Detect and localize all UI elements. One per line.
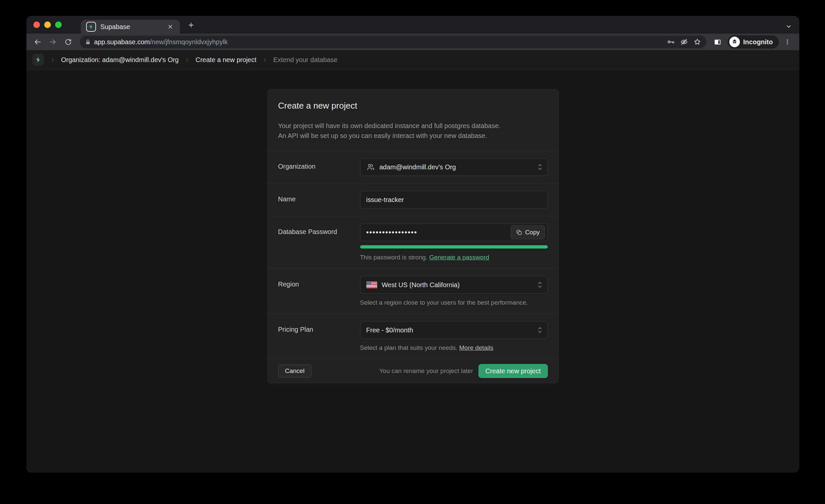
url-path: /new/jfnsmqoynldvxjyhpylk: [150, 38, 228, 46]
browser-tab-supabase[interactable]: Supabase: [81, 20, 180, 34]
copy-button-label: Copy: [525, 229, 539, 236]
url-text: app.supabase.com/new/jfnsmqoynldvxjyhpyl…: [94, 38, 664, 46]
pricing-label: Pricing Plan: [278, 321, 360, 352]
password-label: Database Password: [278, 223, 360, 261]
password-help: This password is strong. Generate a pass…: [360, 254, 548, 261]
region-select[interactable]: West US (North California): [360, 276, 548, 294]
urlbar-actions: [667, 38, 701, 46]
us-flag-icon: [366, 281, 377, 288]
breadcrumb-item-extend-database: Extend your database: [273, 56, 338, 64]
secure-lock-icon: [84, 39, 91, 46]
select-chevrons-icon: [537, 163, 543, 171]
supabase-logo[interactable]: [32, 54, 44, 66]
eye-off-icon[interactable]: [680, 38, 688, 46]
region-help: Select a region close to your users for …: [360, 299, 548, 306]
breadcrumb-item-create-project[interactable]: Create a new project: [195, 56, 256, 64]
password-strength-fill: [360, 245, 548, 248]
incognito-badge[interactable]: Incognito: [728, 35, 779, 49]
pricing-help: Select a plan that suits your needs. Mor…: [360, 344, 548, 352]
window-controls: [26, 16, 69, 34]
breadcrumb-chevron-icon: [261, 57, 269, 62]
tab-title: Supabase: [100, 23, 162, 31]
close-window-button[interactable]: [33, 21, 40, 28]
organization-select[interactable]: adam@windmill.dev's Org: [360, 158, 548, 176]
zoom-window-button[interactable]: [55, 21, 62, 28]
pricing-value: Free - $0/month: [366, 327, 541, 334]
bookmark-star-icon[interactable]: [693, 38, 701, 46]
pricing-select[interactable]: Free - $0/month: [360, 321, 548, 339]
site-header: Organization: adam@windmill.dev's Org Cr…: [26, 50, 799, 70]
region-value: West US (North California): [382, 281, 541, 289]
password-masked-value: ••••••••••••••••: [366, 228, 507, 237]
select-chevrons-icon: [537, 326, 543, 334]
breadcrumb-item-organization[interactable]: Organization: adam@windmill.dev's Org: [61, 56, 178, 64]
pricing-row: Pricing Plan Free - $0/month Select a pl…: [268, 313, 558, 359]
password-strength-text: This password is strong.: [360, 254, 428, 261]
create-new-project-button[interactable]: Create new project: [478, 364, 548, 378]
users-icon: [366, 163, 375, 171]
tab-strip: Supabase: [26, 16, 799, 34]
cancel-button[interactable]: Cancel: [278, 364, 311, 378]
organization-label: Organization: [278, 158, 360, 176]
name-value: issue-tracker: [366, 196, 541, 204]
page-content: Create a new project Your project will h…: [26, 70, 799, 473]
forward-button[interactable]: [46, 35, 59, 49]
lightning-bolt-icon: [88, 24, 94, 29]
card-header: Create a new project Your project will h…: [268, 89, 558, 150]
card-footer: Cancel You can rename your project later…: [268, 359, 558, 383]
select-chevrons-icon: [537, 281, 543, 289]
copy-password-button[interactable]: Copy: [511, 225, 544, 239]
password-input[interactable]: •••••••••••••••• Copy: [360, 223, 548, 241]
region-row: Region West US (North California) Select…: [268, 268, 558, 313]
breadcrumb-chevron-icon: [49, 57, 57, 62]
copy-icon: [516, 229, 522, 236]
new-tab-button[interactable]: [184, 18, 198, 32]
name-row: Name issue-tracker: [268, 183, 558, 216]
minimize-window-button[interactable]: [44, 21, 51, 28]
pricing-help-text: Select a plan that suits your needs.: [360, 344, 458, 351]
side-panel-icon[interactable]: [712, 36, 723, 48]
password-key-icon[interactable]: [667, 38, 675, 46]
incognito-label: Incognito: [743, 38, 773, 46]
breadcrumb-chevron-icon: [183, 57, 191, 62]
more-details-link[interactable]: More details: [459, 344, 494, 351]
browser-menu-icon[interactable]: [781, 35, 794, 49]
url-bar[interactable]: app.supabase.com/new/jfnsmqoynldvxjyhpyl…: [80, 35, 706, 48]
description-line-2: An API will be set up so you can easily …: [278, 131, 548, 141]
footer-note: You can rename your project later: [379, 367, 478, 375]
password-row: Database Password •••••••••••••••• Copy: [268, 216, 558, 268]
page-title: Create a new project: [278, 101, 548, 111]
generate-password-link[interactable]: Generate a password: [429, 254, 490, 261]
name-label: Name: [278, 191, 360, 209]
organization-row: Organization adam@windmill.dev's Org: [268, 150, 558, 183]
reload-button[interactable]: [61, 35, 75, 49]
browser-toolbar: app.supabase.com/new/jfnsmqoynldvxjyhpyl…: [26, 34, 799, 50]
name-input[interactable]: issue-tracker: [360, 191, 548, 209]
tab-search-chevron-icon[interactable]: [785, 23, 792, 30]
incognito-spy-icon: [729, 37, 740, 47]
region-label: Region: [278, 276, 360, 306]
url-host: app.supabase.com: [94, 38, 150, 46]
description-line-1: Your project will have its own dedicated…: [278, 121, 548, 131]
create-project-card: Create a new project Your project will h…: [267, 89, 559, 383]
password-strength-meter: [360, 245, 548, 248]
organization-value: adam@windmill.dev's Org: [379, 163, 541, 171]
back-button[interactable]: [31, 35, 44, 49]
browser-window: Supabase: [26, 16, 799, 473]
supabase-favicon-icon: [86, 22, 96, 32]
tab-close-icon[interactable]: [166, 22, 174, 31]
